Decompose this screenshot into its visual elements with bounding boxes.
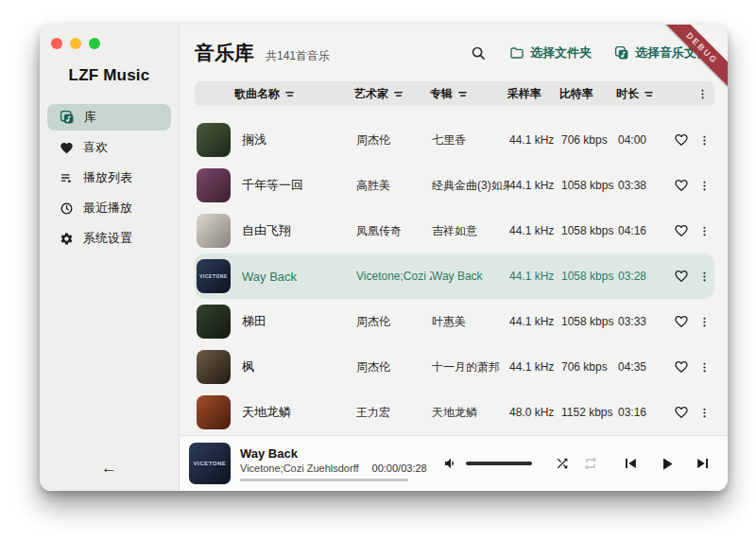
- favorite-heart-icon[interactable]: [668, 223, 695, 238]
- song-sample-rate: 44.1 kHz: [509, 315, 561, 328]
- song-sample-rate: 48.0 kHz: [509, 406, 561, 419]
- song-duration: 04:16: [618, 224, 668, 237]
- column-duration[interactable]: 时长: [616, 86, 666, 102]
- song-bitrate: 1152 kbps: [561, 406, 618, 419]
- song-bitrate: 1058 kbps: [561, 179, 618, 192]
- app-title: LZF Music: [40, 66, 179, 85]
- song-row[interactable]: 枫 周杰伦 十一月的萧邦 44.1 kHz 706 kbps 04:35: [195, 344, 714, 390]
- song-artist: 高胜美: [356, 178, 432, 194]
- row-more-button[interactable]: [695, 361, 714, 374]
- row-more-button[interactable]: [695, 270, 714, 283]
- choose-folder-button[interactable]: 选择文件夹: [509, 44, 592, 61]
- favorite-heart-icon[interactable]: [668, 405, 695, 420]
- song-title: 搁浅: [242, 131, 356, 148]
- album-art: [197, 123, 231, 157]
- favorite-heart-icon[interactable]: [668, 314, 695, 329]
- previous-track-button[interactable]: [621, 454, 640, 473]
- song-duration: 04:00: [618, 133, 668, 147]
- song-artist: Vicetone;Cozi Zu...: [356, 270, 432, 283]
- song-bitrate: 1058 kbps: [561, 315, 618, 328]
- song-title: 梯田: [242, 313, 356, 330]
- song-artist: 周杰伦: [356, 359, 432, 375]
- sidebar-item-recent[interactable]: 最近播放: [47, 195, 171, 221]
- volume-slider[interactable]: [466, 462, 532, 465]
- album-art: [197, 214, 231, 248]
- sort-icon: [284, 89, 295, 99]
- sidebar-item-playlists[interactable]: 播放列表: [47, 165, 171, 191]
- page-title: 音乐库: [195, 40, 254, 66]
- song-row[interactable]: 梯田 周杰伦 叶惠美 44.1 kHz 1058 kbps 03:33: [195, 299, 714, 344]
- collapse-sidebar-button[interactable]: ←: [40, 459, 179, 478]
- sidebar-item-label: 喜欢: [83, 139, 108, 156]
- song-sample-rate: 44.1 kHz: [509, 270, 561, 283]
- song-artist: 周杰伦: [356, 314, 432, 330]
- table-options-button[interactable]: [693, 88, 713, 100]
- favorite-heart-icon[interactable]: [668, 178, 695, 193]
- player-bar: VICETONE Way Back Vicetone;Cozi Zuehlsdo…: [180, 435, 728, 491]
- column-album[interactable]: 专辑: [430, 86, 507, 102]
- song-title: 自由飞翔: [242, 222, 356, 239]
- song-album: 经典金曲(3)如果...: [432, 178, 509, 194]
- song-duration: 04:35: [618, 360, 668, 374]
- favorite-heart-icon[interactable]: [668, 132, 695, 148]
- song-row[interactable]: 天地龙鳞 王力宏 天地龙鳞 48.0 kHz 1152 kbps 03:16: [195, 390, 714, 435]
- song-title: 天地龙鳞: [242, 404, 356, 421]
- row-more-button[interactable]: [695, 225, 714, 237]
- song-bitrate: 1058 kbps: [561, 270, 618, 283]
- song-title: Way Back: [242, 270, 356, 284]
- sidebar: LZF Music 库 喜欢 播放列表: [40, 25, 180, 491]
- song-title: 千年等一回: [242, 177, 356, 194]
- album-art: [197, 395, 231, 429]
- repeat-icon[interactable]: [583, 456, 598, 471]
- playlist-icon: [60, 171, 74, 185]
- song-row[interactable]: 搁浅 周杰伦 七里香 44.1 kHz 706 kbps 04:00: [195, 117, 714, 163]
- song-album: 十一月的萧邦: [432, 359, 509, 375]
- row-more-button[interactable]: [695, 134, 714, 147]
- minimize-window-button[interactable]: [70, 38, 81, 49]
- heart-icon: [60, 141, 74, 155]
- row-more-button[interactable]: [695, 180, 714, 192]
- music-file-icon: [614, 45, 629, 61]
- shuffle-icon[interactable]: [555, 456, 570, 471]
- song-row[interactable]: 自由飞翔 凤凰传奇 吉祥如意 44.1 kHz 1058 kbps 04:16: [195, 208, 714, 253]
- favorite-heart-icon[interactable]: [668, 269, 695, 284]
- volume-icon[interactable]: [443, 456, 458, 471]
- column-sample-rate: 采样率: [507, 86, 559, 102]
- column-song-name[interactable]: 歌曲名称: [195, 86, 354, 102]
- sidebar-item-favorites[interactable]: 喜欢: [47, 134, 171, 161]
- sidebar-item-label: 最近播放: [83, 200, 132, 217]
- song-duration: 03:33: [618, 315, 668, 328]
- sort-icon: [393, 89, 404, 99]
- progress-bar[interactable]: [240, 479, 408, 481]
- sidebar-item-settings[interactable]: 系统设置: [47, 225, 171, 252]
- sidebar-item-label: 系统设置: [83, 230, 132, 247]
- app-window: LZF Music 库 喜欢 播放列表: [40, 25, 728, 491]
- sidebar-item-library[interactable]: 库: [47, 104, 171, 131]
- row-more-button[interactable]: [695, 407, 714, 419]
- song-list: 搁浅 周杰伦 七里香 44.1 kHz 706 kbps 04:00 千年等一回…: [195, 117, 714, 435]
- row-more-button[interactable]: [695, 316, 714, 328]
- song-count: 共141首音乐: [266, 48, 330, 64]
- song-duration: 03:38: [618, 179, 668, 192]
- search-icon[interactable]: [471, 45, 487, 61]
- favorite-heart-icon[interactable]: [668, 359, 695, 375]
- song-sample-rate: 44.1 kHz: [509, 133, 561, 147]
- song-album: 天地龙鳞: [432, 405, 509, 421]
- history-icon: [60, 201, 74, 216]
- next-track-button[interactable]: [694, 454, 713, 473]
- song-album: Way Back: [432, 270, 509, 283]
- song-row-active[interactable]: VICETONE Way Back Vicetone;Cozi Zu... Wa…: [195, 253, 714, 299]
- song-title: 枫: [242, 358, 356, 375]
- album-art: VICETONE: [197, 259, 231, 293]
- song-bitrate: 1058 kbps: [561, 224, 618, 237]
- top-bar: 音乐库 共141首音乐 选择文件夹 选择音乐文件: [180, 25, 728, 74]
- now-playing-title: Way Back: [240, 446, 408, 461]
- folder-icon: [509, 45, 524, 61]
- song-sample-rate: 44.1 kHz: [509, 179, 561, 192]
- close-window-button[interactable]: [51, 38, 62, 49]
- play-button[interactable]: [657, 454, 677, 474]
- song-artist: 王力宏: [356, 405, 432, 421]
- maximize-window-button[interactable]: [89, 38, 100, 49]
- song-row[interactable]: 千年等一回 高胜美 经典金曲(3)如果... 44.1 kHz 1058 kbp…: [195, 163, 714, 208]
- column-artist[interactable]: 艺术家: [354, 86, 430, 102]
